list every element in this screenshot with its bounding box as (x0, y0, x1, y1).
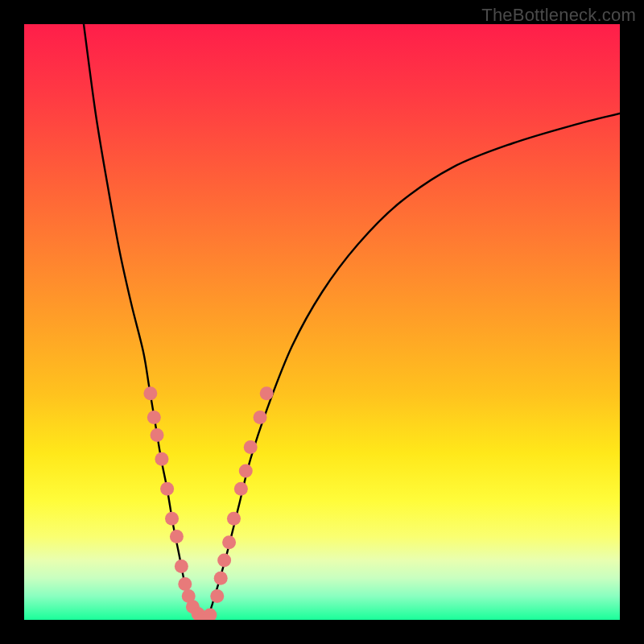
curve-right-branch (203, 114, 620, 620)
data-dot (178, 577, 192, 591)
data-dot (227, 512, 241, 526)
data-dot (155, 452, 168, 466)
data-dot (160, 482, 174, 496)
data-dot (175, 559, 188, 573)
data-dot (214, 572, 228, 585)
chart-svg (24, 24, 620, 620)
curve-left-branch (84, 24, 203, 620)
data-dot (244, 440, 258, 454)
data-dot (147, 411, 161, 424)
data-dot (234, 482, 248, 496)
chart-frame: TheBottleneck.com (0, 0, 644, 644)
data-dot (165, 512, 179, 526)
data-dot (170, 530, 184, 543)
data-dot (151, 428, 164, 442)
data-dot (203, 609, 217, 620)
data-dot (222, 535, 236, 549)
data-dot (239, 464, 253, 478)
data-dot (143, 386, 157, 400)
data-dot (210, 589, 224, 603)
data-dot (217, 554, 231, 568)
data-dot (260, 386, 274, 400)
data-dot (254, 411, 267, 424)
watermark-text: TheBottleneck.com (481, 5, 636, 26)
chart-plot-area (24, 24, 620, 620)
